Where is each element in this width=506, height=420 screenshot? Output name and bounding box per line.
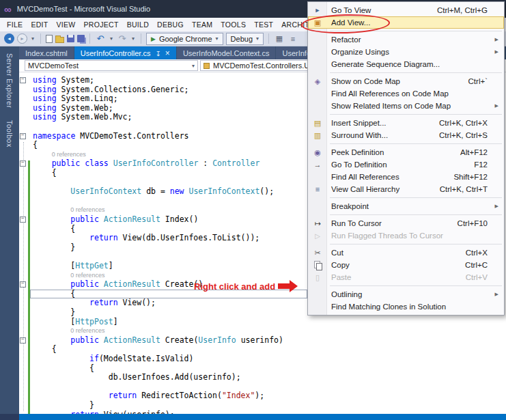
status-bar bbox=[0, 414, 506, 420]
toolbar-separator bbox=[89, 33, 90, 44]
menu-item-cut[interactable]: CutCtrl+X bbox=[308, 247, 504, 259]
menu-item-label: Paste bbox=[331, 273, 351, 281]
peek-definition-icon bbox=[312, 146, 323, 158]
navigate-forward-icon[interactable]: ► bbox=[17, 33, 27, 44]
side-tab-toolbox[interactable]: Toolbox bbox=[5, 120, 14, 148]
menu-item-copy[interactable]: CopyCtrl+C bbox=[308, 259, 504, 271]
start-debugging-button[interactable]: ▶ Google Chrome ▾ bbox=[146, 33, 223, 45]
menubar-team[interactable]: TEAM bbox=[188, 18, 216, 31]
menubar-view[interactable]: VIEW bbox=[53, 18, 80, 31]
menu-item-view-call-hierarchy[interactable]: View Call HierarchyCtrl+K, Ctrl+T bbox=[308, 183, 504, 195]
chevron-down-icon: ▾ bbox=[188, 63, 195, 69]
redo-dropdown-icon[interactable]: ▾ bbox=[130, 33, 136, 44]
menu-item-peek-definition[interactable]: Peek DefinitionAlt+F12 bbox=[308, 146, 504, 158]
open-file-icon[interactable] bbox=[55, 37, 64, 43]
menu-item-shortcut: Ctrl+K, Ctrl+T bbox=[440, 185, 488, 193]
toolbar-separator bbox=[141, 33, 141, 44]
doc-tab-userinfocontroller-cs[interactable]: UserInfoController.cs bbox=[74, 46, 176, 59]
type-member-dropdown[interactable]: MVCDemoTest.Controllers.UserInfoControll… bbox=[200, 60, 308, 71]
menu-item-outlining[interactable]: Outlining bbox=[308, 288, 504, 300]
paste-icon bbox=[312, 271, 323, 283]
chevron-down-icon: ▾ bbox=[216, 36, 219, 42]
menubar-tools[interactable]: TOOLS bbox=[216, 18, 250, 31]
toolbar-extra-icon[interactable]: ▦ bbox=[274, 33, 285, 44]
toolbar-extra-icon[interactable]: ≡ bbox=[287, 33, 298, 44]
class-icon bbox=[203, 63, 210, 69]
menu-item-find-all-references[interactable]: Find All ReferencesShift+F12 bbox=[308, 171, 504, 183]
annotation-text: Right click and add bbox=[194, 281, 275, 292]
menubar-debug[interactable]: DEBUG bbox=[153, 18, 188, 31]
menu-item-label: Cut bbox=[331, 249, 343, 257]
menu-item-go-to-definition[interactable]: Go To DefinitionF12 bbox=[308, 158, 504, 171]
menu-item-paste[interactable]: PasteCtrl+V bbox=[308, 271, 504, 283]
undo-dropdown-icon[interactable]: ▾ bbox=[109, 33, 114, 44]
menu-separator bbox=[330, 72, 502, 73]
menu-item-run-flagged-threads-to-cursor[interactable]: Run Flagged Threads To Cursor bbox=[308, 229, 504, 242]
redo-icon[interactable]: ↷ bbox=[117, 33, 128, 44]
menu-item-find-matching-clones-in-solution[interactable]: Find Matching Clones in Solution bbox=[308, 300, 504, 313]
menu-item-shortcut: Ctrl+F10 bbox=[458, 219, 488, 227]
side-tab-server-explorer[interactable]: Server Explorer bbox=[5, 53, 14, 108]
menubar-edit[interactable]: EDIT bbox=[27, 18, 52, 31]
navigation-dropdown-icon[interactable]: ▾ bbox=[30, 33, 36, 44]
menu-item-find-all-references-on-code-map[interactable]: Find All References on Code Map bbox=[308, 87, 504, 100]
menu-item-label: Copy bbox=[331, 261, 350, 269]
menu-item-label: Show on Code Map bbox=[331, 77, 400, 85]
menu-item-label: View Call Hierarchy bbox=[331, 185, 399, 193]
cut-icon bbox=[312, 247, 323, 259]
menu-item-label: Generate Sequence Diagram... bbox=[331, 60, 440, 68]
undo-icon[interactable]: ↶ bbox=[95, 33, 106, 44]
menu-item-label: Refactor bbox=[331, 36, 361, 44]
pin-icon[interactable] bbox=[150, 49, 160, 57]
doc-tab-index-cshtml[interactable]: Index.cshtml bbox=[19, 46, 74, 59]
code-line: db.UserInfoes.Add(userinfo); bbox=[19, 373, 506, 382]
save-icon[interactable] bbox=[67, 35, 74, 42]
menu-item-surround-with[interactable]: Surround With...Ctrl+K, Ctrl+S bbox=[308, 129, 504, 141]
menu-item-label: Breakpoint bbox=[331, 202, 369, 210]
menu-item-label: Insert Snippet... bbox=[331, 119, 386, 127]
menu-item-shortcut: Alt+F12 bbox=[460, 148, 488, 156]
menu-item-show-related-items-on-code-map[interactable]: Show Related Items on Code Map bbox=[308, 100, 504, 112]
menu-item-label: Go To View bbox=[331, 6, 371, 14]
menu-item-label: Outlining bbox=[331, 290, 362, 298]
menu-item-run-to-cursor[interactable]: Run To CursorCtrl+F10 bbox=[308, 217, 504, 229]
menu-item-label: Run To Cursor bbox=[331, 219, 382, 227]
play-icon: ▶ bbox=[151, 36, 156, 42]
menu-item-shortcut: Ctrl+K, Ctrl+S bbox=[439, 131, 488, 139]
menubar-build[interactable]: BUILD bbox=[123, 18, 153, 31]
menu-item-label: Find All References bbox=[331, 173, 399, 181]
project-dropdown[interactable]: MVCDemoTest ▾ bbox=[25, 60, 198, 71]
tab-label: UserInfoController.cs bbox=[81, 49, 151, 57]
menu-item-generate-sequence-diagram[interactable]: Generate Sequence Diagram... bbox=[308, 58, 504, 70]
menu-item-label: Go To Definition bbox=[331, 160, 387, 169]
menu-item-shortcut: F12 bbox=[474, 160, 488, 169]
menu-separator bbox=[330, 143, 502, 144]
menubar-file[interactable]: FILE bbox=[3, 18, 27, 31]
code-line: { bbox=[19, 364, 506, 374]
menubar-test[interactable]: TEST bbox=[250, 18, 277, 31]
menu-item-insert-snippet[interactable]: Insert Snippet...Ctrl+K, Ctrl+X bbox=[308, 117, 504, 129]
menu-item-shortcut: Shift+F12 bbox=[453, 173, 488, 181]
code-line: [HttpPost] bbox=[19, 318, 506, 327]
save-all-icon[interactable] bbox=[77, 35, 85, 42]
code-line: { bbox=[19, 345, 506, 354]
annotation-arrow-icon bbox=[278, 280, 298, 292]
menu-item-label: Run Flagged Threads To Cursor bbox=[331, 232, 443, 240]
menu-item-refactor[interactable]: Refactor bbox=[308, 33, 504, 46]
menu-item-show-on-code-map[interactable]: Show on Code MapCtrl+` bbox=[308, 75, 504, 87]
solution-configuration-select[interactable]: Debug ▾ bbox=[226, 33, 264, 45]
insert-snippet-icon bbox=[312, 117, 323, 129]
new-file-icon[interactable] bbox=[46, 35, 53, 43]
doc-tab-userinfomodel-context-cs[interactable]: UserInfoModel.Context.cs bbox=[177, 46, 276, 59]
code-line: public ActionResult Create(UserInfo user… bbox=[19, 336, 506, 346]
menu-item-label: Surround With... bbox=[331, 131, 388, 139]
menubar-project[interactable]: PROJECT bbox=[80, 18, 123, 31]
status-bar-corner bbox=[0, 414, 19, 420]
menu-item-breakpoint[interactable]: Breakpoint bbox=[308, 200, 504, 212]
close-icon[interactable] bbox=[161, 48, 170, 58]
menu-item-organize-usings[interactable]: Organize Usings bbox=[308, 46, 504, 58]
menu-item-shortcut: Ctrl+X bbox=[466, 249, 488, 257]
navigate-back-icon[interactable]: ◄ bbox=[4, 33, 14, 44]
vs-window: ∞ MVCDemoTest - Microsoft Visual Studio … bbox=[0, 0, 506, 420]
side-strip: Server ExplorerToolbox bbox=[0, 46, 19, 414]
